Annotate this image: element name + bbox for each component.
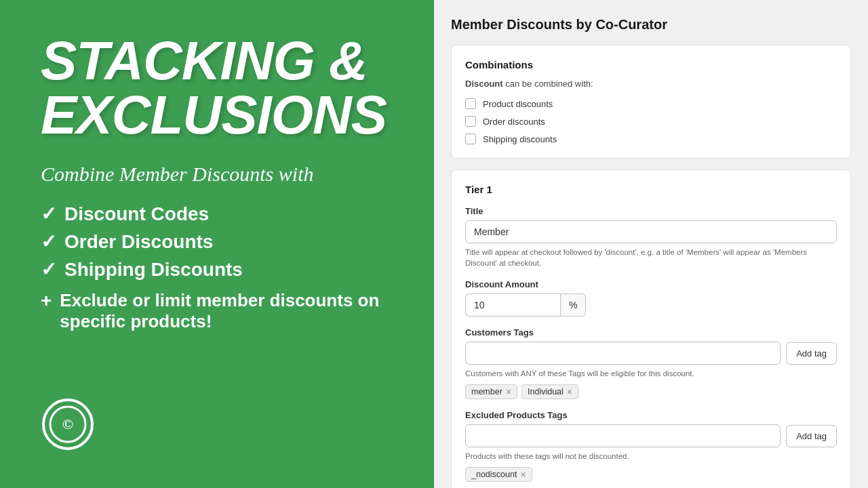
tag-chip-individual-remove[interactable]: × — [567, 387, 572, 396]
customers-tags-hint: Customers with ANY of these Tags will be… — [465, 368, 837, 379]
customers-tags-field-group: Customers Tags Add tag Customers with AN… — [465, 327, 837, 399]
checkbox-product-discounts-input[interactable] — [465, 98, 476, 109]
tag-chip-nodiscount: _nodiscount × — [465, 467, 532, 482]
customers-tags-input-row: Add tag — [465, 342, 837, 365]
checkmark-icon: ✓ — [41, 230, 56, 253]
checklist-item-1: Discount Codes — [64, 203, 209, 225]
app-title: Member Discounts by Co-Curator — [451, 14, 851, 33]
excluded-tags-display: _nodiscount × — [465, 467, 837, 482]
checkbox-product-discounts[interactable]: Product discounts — [465, 98, 837, 109]
discount-row: % — [465, 293, 587, 317]
customers-tags-label: Customers Tags — [465, 327, 837, 338]
svg-text:©: © — [62, 415, 73, 432]
customers-tags-display: member × Individual × — [465, 384, 837, 399]
tag-chip-nodiscount-text: _nodiscount — [471, 470, 517, 479]
combine-prefix: Discount — [465, 79, 503, 89]
plus-icon: + — [41, 290, 52, 312]
title-input[interactable] — [465, 220, 837, 243]
checkbox-order-discounts-label: Order discounts — [483, 117, 545, 127]
combine-label: Discount can be combined with: — [465, 79, 837, 89]
plus-item: + Exclude or limit member discounts on s… — [41, 290, 393, 332]
checkbox-shipping-discounts[interactable]: Shipping discounts — [465, 134, 837, 144]
list-item: ✓ Shipping Discounts — [41, 258, 393, 281]
title-label: Title — [465, 206, 837, 216]
left-content: STACKING & EXCLUSIONS Combine Member Dis… — [41, 34, 393, 332]
heading-line1: STACKING & — [41, 30, 368, 91]
heading-line2: EXCLUSIONS — [41, 85, 387, 145]
discount-suffix: % — [560, 293, 586, 317]
left-panel: STACKING & EXCLUSIONS Combine Member Dis… — [0, 0, 434, 488]
tag-chip-individual-text: Individual — [528, 387, 564, 396]
tag-chip-nodiscount-remove[interactable]: × — [520, 470, 526, 479]
list-item: ✓ Discount Codes — [41, 203, 393, 225]
checklist-item-2: Order Discounts — [64, 231, 213, 253]
checkbox-shipping-discounts-label: Shipping discounts — [483, 134, 557, 144]
checkbox-shipping-discounts-input[interactable] — [465, 134, 476, 144]
checkmark-icon: ✓ — [41, 258, 56, 281]
excluded-products-input[interactable] — [465, 424, 781, 447]
excluded-products-label: Excluded Products Tags — [465, 410, 837, 420]
checkbox-order-discounts-input[interactable] — [465, 116, 476, 127]
tag-chip-individual: Individual × — [521, 384, 578, 399]
combinations-title: Combinations — [465, 59, 837, 70]
discount-amount-input[interactable] — [465, 293, 560, 317]
excluded-products-input-row: Add tag — [465, 424, 837, 447]
checklist-item-3: Shipping Discounts — [64, 259, 243, 281]
plus-item-text: Exclude or limit member discounts on spe… — [60, 290, 393, 332]
discount-amount-field-group: Discount Amount % — [465, 279, 837, 317]
excluded-products-hint: Products with these tags will not be dis… — [465, 451, 837, 462]
title-hint: Title will appear at checkout followed b… — [465, 247, 837, 268]
excluded-products-field-group: Excluded Products Tags Add tag Products … — [465, 410, 837, 482]
tier-title: Tier 1 — [465, 184, 837, 195]
checkbox-group: Product discounts Order discounts Shippi… — [465, 98, 837, 144]
discount-amount-label: Discount Amount — [465, 279, 837, 289]
title-field-group: Title Title will appear at checkout foll… — [465, 206, 837, 268]
checkbox-product-discounts-label: Product discounts — [483, 99, 553, 109]
right-panel: Member Discounts by Co-Curator Combinati… — [434, 0, 868, 488]
tier-card: Tier 1 Title Title will appear at checko… — [451, 169, 851, 488]
checklist: ✓ Discount Codes ✓ Order Discounts ✓ Shi… — [41, 203, 393, 281]
list-item: ✓ Order Discounts — [41, 230, 393, 253]
combine-text: can be combined with: — [505, 79, 593, 89]
tag-chip-member-remove[interactable]: × — [506, 387, 511, 396]
subtitle: Combine Member Discounts with — [41, 163, 393, 186]
tag-chip-member: member × — [465, 384, 517, 399]
checkbox-order-discounts[interactable]: Order discounts — [465, 116, 837, 127]
customers-tags-input[interactable] — [465, 342, 781, 365]
combinations-card: Combinations Discount can be combined wi… — [451, 45, 851, 159]
customers-tags-add-button[interactable]: Add tag — [786, 342, 837, 365]
logo-area: © — [41, 397, 393, 454]
main-heading: STACKING & EXCLUSIONS — [41, 34, 393, 142]
checkmark-icon: ✓ — [41, 203, 56, 225]
co-curator-logo: © — [41, 397, 95, 451]
excluded-products-add-button[interactable]: Add tag — [786, 425, 837, 447]
tag-chip-member-text: member — [471, 387, 502, 396]
